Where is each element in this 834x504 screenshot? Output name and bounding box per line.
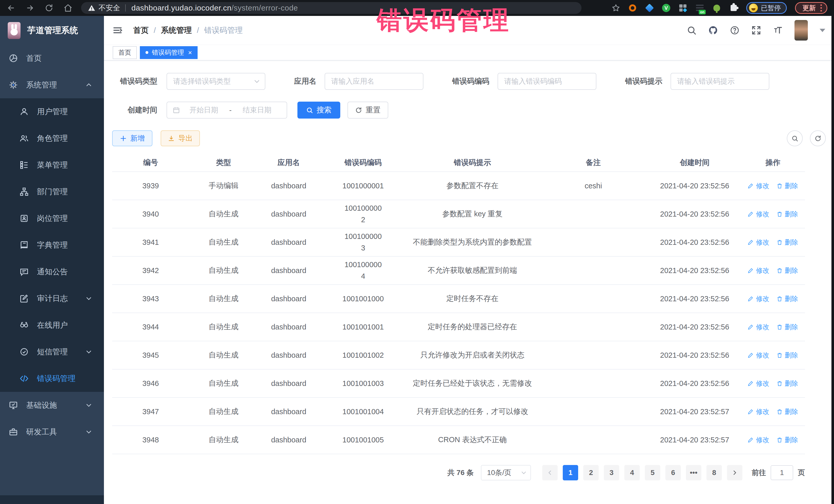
font-size-icon[interactable] [773, 25, 783, 35]
next-page-button[interactable] [727, 465, 742, 480]
github-icon[interactable] [708, 25, 718, 35]
extension-v-icon[interactable]: V [662, 4, 670, 12]
delete-link[interactable]: 删除 [776, 266, 798, 275]
delete-link[interactable]: 删除 [776, 436, 798, 444]
edit-link[interactable]: 修改 [748, 238, 769, 247]
close-icon[interactable]: × [188, 49, 192, 56]
sidebar-item-sms[interactable]: 短信管理 [0, 338, 104, 365]
delete-link[interactable]: 删除 [776, 407, 798, 416]
add-button[interactable]: 新增 [112, 130, 152, 146]
active-dot-icon [146, 51, 148, 54]
page-button-5[interactable]: 5 [645, 465, 660, 480]
bookmark-star-icon[interactable] [612, 4, 620, 12]
app-name-input[interactable] [325, 73, 423, 90]
page-size-select[interactable]: 10条/页 [481, 465, 531, 480]
search-icon[interactable] [687, 25, 697, 35]
tab-home[interactable]: 首页 [113, 46, 137, 59]
sidebar-item-users[interactable]: 用户管理 [0, 98, 104, 125]
prev-page-button[interactable] [542, 465, 557, 480]
sidebar-item-announcements[interactable]: 通知公告 [0, 258, 104, 285]
cell-time: 2021-04-20 23:52:57 [649, 408, 741, 416]
page-button-3[interactable]: 3 [604, 465, 619, 480]
extension-list-icon[interactable]: on [696, 4, 704, 12]
hamburger-icon[interactable] [113, 25, 123, 35]
extension-grid-icon[interactable] [679, 4, 687, 12]
page-button-2[interactable]: 2 [583, 465, 599, 480]
tab-error-codes[interactable]: 错误码管理× [140, 46, 198, 59]
edit-link[interactable]: 修改 [748, 323, 769, 332]
sidebar-item-dictionary[interactable]: 字典管理 [0, 232, 104, 258]
sidebar-item-menus[interactable]: 菜单管理 [0, 152, 104, 178]
date-range-picker[interactable]: 开始日期 - 结束日期 [167, 102, 287, 118]
fullscreen-icon[interactable] [751, 25, 761, 35]
goto-page-input[interactable] [771, 465, 793, 480]
sidebar-item-departments[interactable]: 部门管理 [0, 178, 104, 205]
sidebar-item-error-codes[interactable]: 错误码管理 [0, 365, 104, 392]
back-icon[interactable] [7, 4, 15, 12]
reset-button[interactable]: 重置 [348, 102, 388, 118]
sidebar-item-system[interactable]: 系统管理 [0, 72, 104, 98]
delete-link[interactable]: 删除 [776, 238, 798, 247]
avatar[interactable] [794, 20, 808, 41]
help-icon[interactable] [730, 25, 740, 35]
page-button-6[interactable]: 6 [665, 465, 681, 480]
edit-link[interactable]: 修改 [748, 210, 769, 219]
update-button[interactable]: 更新 [795, 2, 827, 14]
cell-time: 2021-04-20 23:52:56 [649, 379, 741, 388]
sidebar-logo[interactable]: 芋道管理系统 [0, 16, 104, 45]
search-button[interactable]: 搜索 [298, 102, 340, 118]
page-button-8[interactable]: 8 [706, 465, 722, 480]
export-button[interactable]: 导出 [161, 130, 200, 146]
edit-link[interactable]: 修改 [748, 181, 769, 191]
sidebar-item-online-users[interactable]: 在线用户 [0, 312, 104, 338]
forward-icon[interactable] [26, 4, 35, 12]
extension-key-icon[interactable] [712, 4, 721, 12]
edit-link[interactable]: 修改 [748, 294, 769, 303]
sidebar-item-home[interactable]: 首页 [0, 45, 104, 72]
page-button-4[interactable]: 4 [624, 465, 640, 480]
sidebar-item-audit-logs[interactable]: 审计日志 [0, 285, 104, 312]
edit-link[interactable]: 修改 [748, 351, 769, 360]
reload-icon[interactable] [45, 4, 53, 12]
sidebar-item-infrastructure[interactable]: 基础设施 [0, 392, 104, 419]
col-app: 应用名 [258, 158, 320, 168]
breadcrumb-system[interactable]: 系统管理 [161, 25, 192, 36]
start-date-placeholder[interactable]: 开始日期 [180, 105, 227, 115]
security-label[interactable]: 不安全 [98, 3, 120, 13]
profile-paused-pill[interactable]: 已暂停 [746, 2, 787, 14]
url-text[interactable]: dashboard.yudao.iocoder.cn/system/error-… [131, 4, 298, 12]
end-date-placeholder[interactable]: 结束日期 [233, 105, 281, 115]
edit-link[interactable]: 修改 [748, 407, 769, 416]
page-button-1[interactable]: 1 [563, 465, 578, 480]
page-ellipsis[interactable]: ••• [686, 465, 701, 480]
breadcrumb-home[interactable]: 首页 [133, 25, 149, 36]
error-code-input[interactable] [498, 73, 596, 90]
sidebar-item-roles[interactable]: 角色管理 [0, 125, 104, 152]
delete-link[interactable]: 删除 [776, 351, 798, 360]
trash-icon [776, 437, 783, 443]
edit-link[interactable]: 修改 [748, 379, 769, 388]
users-icon [20, 134, 29, 143]
sidebar-item-posts[interactable]: 岗位管理 [0, 205, 104, 232]
refresh-table-button[interactable] [810, 130, 826, 146]
browser-scrollbar[interactable] [831, 16, 834, 504]
sidebar-item-dev-tools[interactable]: 研发工具 [0, 419, 104, 445]
error-hint-input[interactable] [671, 73, 769, 90]
extensions-puzzle-icon[interactable] [729, 4, 738, 12]
error-type-select[interactable]: 请选择错误码类型 [167, 73, 265, 90]
edit-link[interactable]: 修改 [748, 266, 769, 275]
edit-icon [748, 183, 754, 189]
edit-link[interactable]: 修改 [748, 436, 769, 444]
caret-down-icon[interactable] [820, 29, 825, 32]
extension-orange-icon[interactable] [628, 4, 637, 12]
delete-link[interactable]: 删除 [776, 210, 798, 219]
home-icon[interactable] [64, 4, 72, 12]
sidebar-collapse-bar[interactable] [0, 495, 104, 504]
extension-gem-icon[interactable] [645, 4, 654, 12]
delete-link[interactable]: 删除 [776, 181, 798, 191]
delete-link[interactable]: 删除 [776, 323, 798, 332]
show-search-button[interactable] [787, 130, 803, 146]
delete-link[interactable]: 删除 [776, 379, 798, 388]
delete-link[interactable]: 删除 [776, 294, 798, 303]
menu-kebab-icon[interactable] [820, 4, 822, 12]
